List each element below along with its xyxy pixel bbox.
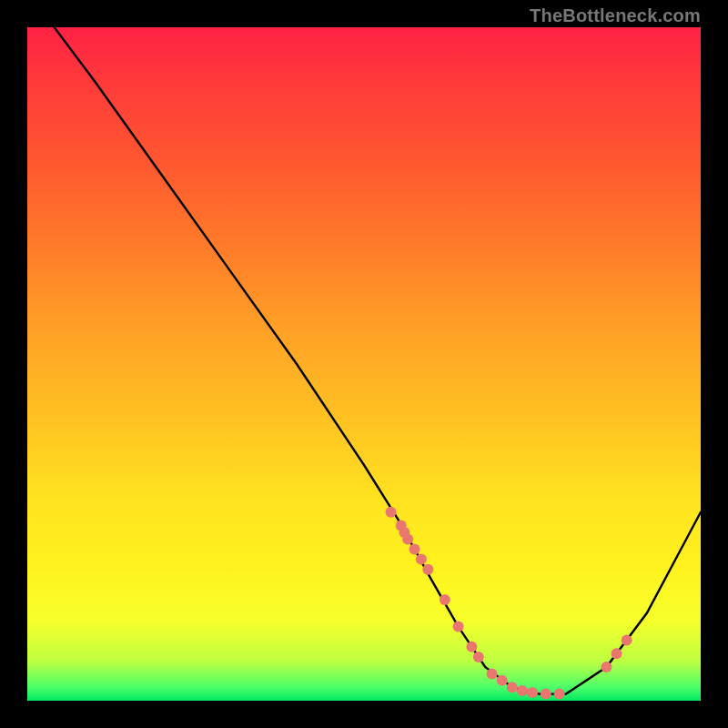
data-point [612,648,622,659]
data-point [517,685,528,696]
data-point [487,668,498,679]
data-point [497,675,508,686]
data-point [507,682,518,693]
watermark-text: TheBottleneck.com [530,5,701,26]
chart-overlay [27,27,701,701]
data-point [601,662,612,672]
bottleneck-curve [55,27,701,694]
data-point [440,594,450,605]
highlight-points [386,507,632,700]
data-point [466,642,477,652]
chart-stage: TheBottleneck.com [0,0,728,728]
data-point [453,622,464,632]
data-point [410,544,420,555]
data-point [386,507,397,518]
data-point [541,689,551,700]
data-point [402,533,413,544]
data-point [416,554,427,565]
data-point [527,687,538,698]
data-point [422,564,433,575]
data-point [622,634,632,645]
data-point [473,652,484,662]
data-point [554,689,565,700]
